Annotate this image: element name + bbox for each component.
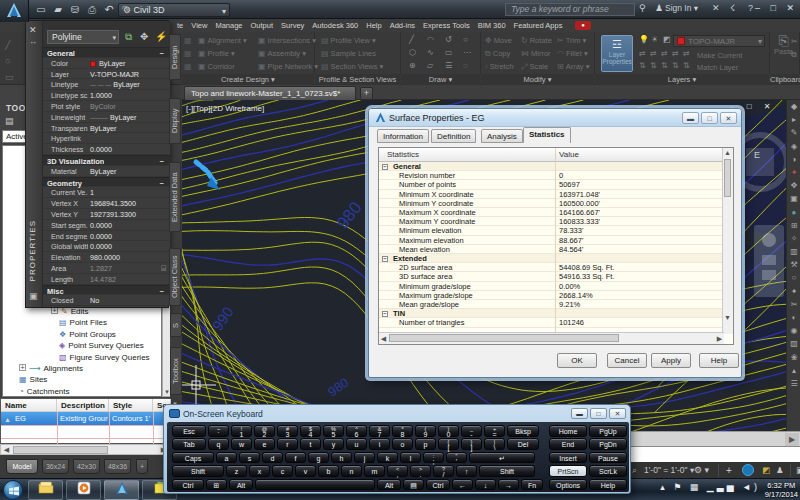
isolate-objects-icon[interactable]: ◩ <box>762 465 770 475</box>
palette-section-general[interactable]: General− <box>43 47 170 58</box>
key-tab[interactable]: Tab <box>172 438 206 450</box>
layout-tab-36x24[interactable]: 36x24 <box>42 459 69 474</box>
key-k[interactable]: k <box>377 452 398 464</box>
ribbon-group-label[interactable]: Clipboard <box>770 74 799 85</box>
expand-icon[interactable]: + <box>19 364 26 371</box>
sign-in-button[interactable]: Sign In ▾ <box>665 3 698 13</box>
save-icon[interactable]: ⛁ <box>68 3 82 16</box>
key--[interactable]: ← <box>452 479 473 491</box>
taskbar-explorer-button[interactable] <box>28 480 63 500</box>
layer-tool-icon[interactable]: ⇅ <box>639 61 646 71</box>
palette-section-geometry[interactable]: Geometry− <box>43 177 170 188</box>
palette-row-global-width[interactable]: Global width0.0000 <box>43 241 170 252</box>
featured-app-icon[interactable]: ● <box>575 21 591 30</box>
ribbon-tab-manage[interactable]: Manage <box>211 19 246 32</box>
key-a[interactable]: a <box>216 452 237 464</box>
clean-screen-icon[interactable]: ▣ <box>796 465 800 475</box>
key-v[interactable]: v <box>295 465 316 477</box>
layout-tab--[interactable]: + <box>136 459 148 474</box>
ribbon-group-label[interactable]: Layers ▾ <box>595 74 769 85</box>
palette-row-layer[interactable]: LayerV-TOPO-MAJR <box>43 69 170 80</box>
tree-item-point-survey-queries[interactable]: ◈Point Survey Queries <box>59 341 144 353</box>
toolbar-icon-14[interactable]: ✦ <box>787 285 800 298</box>
key-pgdn[interactable]: PgDn <box>589 438 627 450</box>
key-home[interactable]: Home <box>549 425 587 437</box>
key-pgup[interactable]: PgUp <box>589 425 627 437</box>
start-button[interactable] <box>3 480 23 500</box>
key-esc[interactable]: Esc <box>172 425 206 437</box>
scrollbar-thumb[interactable] <box>724 159 731 197</box>
item-view-header-description[interactable]: Description <box>57 399 109 412</box>
toolbar-icon-3[interactable]: ◈ <box>787 140 800 153</box>
key-6[interactable]: ^6 <box>346 425 367 437</box>
system-tray[interactable]: ▴ ⚑ ▦ ▁▃▅ ◄) <box>660 482 760 492</box>
dialog-button-help[interactable]: Help <box>699 353 739 368</box>
maximize-button[interactable]: □ <box>701 112 718 124</box>
key--[interactable]: ↵ <box>469 452 535 464</box>
key--[interactable]: → <box>498 479 519 491</box>
layer-tool-icon[interactable]: ⇄ <box>650 49 657 59</box>
palette-row-transparen-[interactable]: Transparen...ByLayer <box>43 123 170 134</box>
key--[interactable]: ↑ <box>456 465 477 477</box>
layer-state-icon[interactable]: 💡 <box>639 35 649 45</box>
item-view-scrollbar[interactable]: ◀ ▶ <box>0 444 170 455</box>
key-alt[interactable]: Alt <box>229 479 253 491</box>
ribbon-item-array-[interactable]: ⊞Array ▾ <box>557 62 589 71</box>
zoom-icon[interactable]: ⌕ <box>632 465 637 476</box>
key-m[interactable]: m <box>364 465 385 477</box>
redo-icon[interactable]: ↷ <box>119 3 133 16</box>
minimize-button[interactable]: ▬ <box>682 112 699 124</box>
tree-item-point-groups[interactable]: ❖Point Groups <box>59 330 116 342</box>
scroll-right-arrow[interactable]: ▶ <box>785 433 799 446</box>
palette-row-color[interactable]: ColorByLayer <box>43 58 170 69</box>
key--[interactable]: ?/ <box>433 465 454 477</box>
key-end[interactable]: End <box>549 438 587 450</box>
toolspace-tab-s[interactable]: S <box>170 313 182 337</box>
key-j[interactable]: j <box>354 452 375 464</box>
palette-row-elevation[interactable]: Elevation980.0000 <box>43 252 170 263</box>
palette-row-hyperlink[interactable]: Hyperlink <box>43 133 170 144</box>
layer-tool-icon[interactable]: ⇄ <box>639 49 646 59</box>
dialog-tab-definition[interactable]: Definition <box>431 129 476 143</box>
ribbon-item-corridor[interactable]: ▣Corridor <box>198 62 235 71</box>
tree-item-point-files[interactable]: ▤Point Files <box>59 318 107 330</box>
key-alt[interactable]: Alt <box>377 479 401 491</box>
key-help[interactable]: Help <box>589 479 627 491</box>
layout-tab-42x30[interactable]: 42x30 <box>73 459 100 474</box>
close-icon[interactable]: ✕ <box>29 25 37 35</box>
close-button[interactable]: ✕ <box>720 112 737 124</box>
toolbar-icon-4[interactable]: ◑ <box>787 153 800 166</box>
scroll-left-arrow[interactable]: ◀ <box>379 334 388 343</box>
ribbon-tab-survey[interactable]: Survey <box>277 19 308 32</box>
key-s[interactable]: s <box>239 452 260 464</box>
key-w[interactable]: w <box>231 438 252 450</box>
key-t[interactable]: t <box>300 438 321 450</box>
user-icon[interactable]: ♟ <box>776 465 784 475</box>
key-caps[interactable]: Caps <box>172 452 214 464</box>
toolbar-icon-20[interactable]: ▴ <box>787 364 800 377</box>
close-button[interactable]: ✕ <box>609 408 626 419</box>
key-scrlk[interactable]: ScrLk <box>589 465 627 477</box>
plot-icon[interactable]: ⎙ <box>85 3 99 16</box>
item-view-row-eg[interactable]: ▲EGExisting GroundContours 1' a <box>1 412 171 425</box>
key-ctrl[interactable]: Ctrl <box>172 479 204 491</box>
key--[interactable]: ▤ <box>403 479 424 491</box>
toolbar-icon-2[interactable]: ✎ <box>787 126 800 139</box>
maximize-button[interactable]: □ <box>590 408 607 419</box>
item-view-header-style[interactable]: Style <box>109 399 153 412</box>
palette-row-vertex-x[interactable]: Vertex X1968941.3500 <box>43 198 170 209</box>
key-pause[interactable]: Pause <box>589 452 627 464</box>
ribbon-group-label[interactable]: Draw ▾ <box>401 74 480 85</box>
palette-section-3d-visualization[interactable]: 3D Visualization− <box>43 155 170 166</box>
taskbar-clock[interactable]: 6:32 PM 9/17/2014 <box>765 481 798 499</box>
horizontal-scrollbar[interactable]: ◀ ▶ <box>379 332 724 344</box>
layer-tool-icon[interactable]: ⇄ <box>672 49 679 59</box>
key-c[interactable]: c <box>272 465 293 477</box>
ribbon-item-intersections-[interactable]: ▣Intersections ▾ <box>258 36 316 45</box>
ribbon-item-scale[interactable]: ⤢Scale <box>521 62 548 71</box>
toolbar-icon-10[interactable]: ✧ <box>787 232 800 245</box>
ribbon-tab-view[interactable]: View <box>187 19 211 32</box>
key-shift[interactable]: Shift <box>479 465 535 477</box>
isolate-icon[interactable]: + <box>726 465 732 476</box>
ribbon-tab-express-tools[interactable]: Express Tools <box>419 19 474 32</box>
